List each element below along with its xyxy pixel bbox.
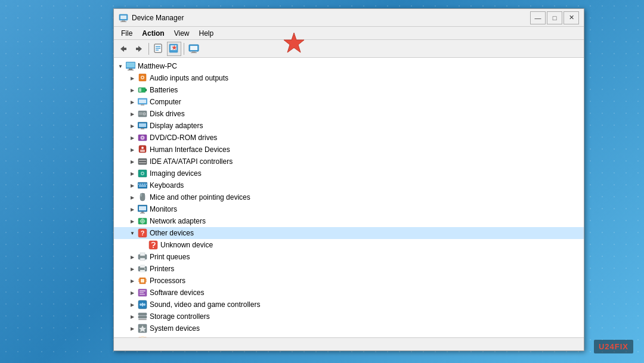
svg-rect-49 <box>139 162 146 163</box>
svg-rect-18 <box>191 52 197 53</box>
expand-arrow[interactable]: ▶ <box>128 252 137 262</box>
expand-arrow[interactable]: ▶ <box>128 121 137 131</box>
svg-rect-103 <box>138 319 147 320</box>
menu-view[interactable]: View <box>169 28 194 39</box>
svg-rect-89 <box>145 279 147 280</box>
svg-rect-61 <box>140 193 143 197</box>
expand-arrow[interactable]: ▶ <box>128 288 137 297</box>
tree-item[interactable]: ▶DVD/CD-ROM drives <box>114 132 584 144</box>
expand-arrow[interactable]: ▶ <box>128 264 137 274</box>
menu-action[interactable]: Action <box>137 28 169 39</box>
tree-item[interactable]: ▶Processors <box>114 275 584 287</box>
svg-rect-56 <box>142 184 143 185</box>
item-label: Imaging devices <box>150 169 202 178</box>
tree-item[interactable]: ▶Printers <box>114 263 584 275</box>
svg-rect-94 <box>140 292 144 293</box>
svg-text:?: ? <box>141 229 145 237</box>
tree-content[interactable]: ▼Matthew-PC▶Audio inputs and outputs▶Bat… <box>114 58 584 337</box>
expand-arrow[interactable]: ▶ <box>128 276 137 286</box>
forward-button[interactable] <box>132 42 146 56</box>
tree-item[interactable]: ▶Network adapters <box>114 215 584 227</box>
svg-rect-82 <box>140 270 145 272</box>
back-button[interactable] <box>116 42 131 56</box>
item-icon <box>138 324 147 333</box>
svg-rect-85 <box>141 279 144 283</box>
item-label: System devices <box>150 324 200 333</box>
svg-rect-28 <box>145 89 147 91</box>
tree-item[interactable]: ▶Human Interface Devices <box>114 144 584 156</box>
svg-rect-66 <box>141 212 144 213</box>
tree-item[interactable]: ▶Audio inputs and outputs <box>114 72 584 84</box>
expand-arrow[interactable]: ▶ <box>128 157 137 166</box>
item-label: Sound, video and game controllers <box>150 300 260 309</box>
expand-arrow[interactable]: ▶ <box>128 85 137 95</box>
svg-point-26 <box>142 77 144 79</box>
tree-item[interactable]: ▶Batteries <box>114 84 584 96</box>
item-icon <box>126 61 135 71</box>
expand-arrow[interactable]: ▶ <box>128 145 137 154</box>
svg-point-35 <box>144 113 145 114</box>
expand-arrow[interactable]: ▶ <box>128 312 137 321</box>
expand-arrow[interactable]: ▶ <box>128 181 137 190</box>
item-label: Audio inputs and outputs <box>150 74 228 82</box>
expand-arrow[interactable]: ▼ <box>116 61 125 71</box>
item-icon <box>138 288 147 297</box>
tree-item[interactable]: ▶Imaging devices <box>114 167 584 179</box>
tree-item[interactable]: ▼Matthew-PC <box>114 60 584 72</box>
tree-item[interactable]: Unknown device <box>114 239 584 251</box>
item-label: Disk drives <box>150 110 185 118</box>
svg-rect-102 <box>138 316 147 318</box>
menu-file[interactable]: File <box>116 28 137 39</box>
tree-item[interactable]: ▶IDE ATA/ATAPI controllers <box>114 156 584 167</box>
svg-rect-79 <box>140 258 145 260</box>
toolbar-separator-1 <box>148 43 149 55</box>
tree-item[interactable]: ▶Keyboards <box>114 179 584 191</box>
item-label: Storage controllers <box>150 312 210 321</box>
tree-item[interactable]: ▶Print queues <box>114 251 584 263</box>
tree-item[interactable]: ▶Display adapters <box>114 120 584 132</box>
tree-item[interactable]: ▶Disk drives <box>114 108 584 120</box>
item-label: IDE ATA/ATAPI controllers <box>150 157 233 166</box>
svg-rect-86 <box>138 279 140 280</box>
expand-arrow[interactable]: ▶ <box>128 73 137 83</box>
tree-item[interactable]: ▶Software devices <box>114 287 584 299</box>
expand-arrow[interactable]: ▶ <box>128 300 137 309</box>
tree-item[interactable]: ▶Monitors <box>114 203 584 215</box>
tree-item[interactable]: ▶Mice and other pointing devices <box>114 191 584 203</box>
menu-help[interactable]: Help <box>194 28 218 39</box>
help-update-button[interactable] <box>167 42 181 56</box>
svg-rect-65 <box>139 206 146 210</box>
item-label: Matthew-PC <box>138 62 177 70</box>
expand-arrow[interactable]: ▶ <box>128 97 137 107</box>
expand-arrow[interactable]: ▼ <box>128 228 137 238</box>
tree-item[interactable]: ▶System devices <box>114 322 584 334</box>
svg-marker-6 <box>138 46 142 52</box>
svg-point-83 <box>144 268 145 269</box>
expand-arrow[interactable]: ▶ <box>128 169 137 178</box>
expand-arrow[interactable]: ▶ <box>128 204 137 214</box>
svg-rect-1 <box>120 15 126 19</box>
svg-rect-62 <box>143 193 145 197</box>
monitor-button[interactable] <box>187 42 201 56</box>
expand-arrow[interactable]: ▶ <box>128 216 137 226</box>
tree-item[interactable]: ▶Sound, video and game controllers <box>114 299 584 311</box>
svg-point-52 <box>142 173 144 175</box>
expand-arrow[interactable]: ▶ <box>128 133 137 142</box>
expand-arrow[interactable]: ▶ <box>128 193 137 202</box>
properties-button[interactable] <box>151 42 166 56</box>
tree-item[interactable]: ▼?Other devices <box>114 227 584 239</box>
svg-rect-47 <box>138 159 147 165</box>
maximize-button[interactable]: □ <box>547 11 562 24</box>
expand-arrow[interactable]: ▶ <box>128 109 137 119</box>
svg-point-43 <box>142 137 143 138</box>
item-label: Display adapters <box>150 122 203 130</box>
window-controls: — □ ✕ <box>530 11 579 24</box>
svg-rect-40 <box>141 128 144 129</box>
expand-arrow[interactable]: ▶ <box>128 324 137 333</box>
svg-rect-54 <box>138 184 140 185</box>
tree-item[interactable]: ▶Storage controllers <box>114 311 584 322</box>
minimize-button[interactable]: — <box>530 11 546 24</box>
close-button[interactable]: ✕ <box>564 11 579 24</box>
svg-rect-39 <box>139 123 146 127</box>
tree-item[interactable]: ▶Computer <box>114 96 584 108</box>
